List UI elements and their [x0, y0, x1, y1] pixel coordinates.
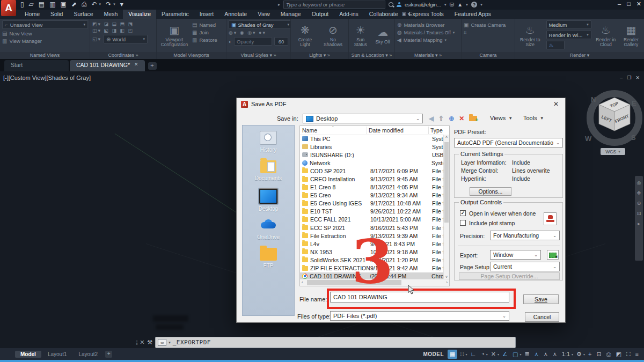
file-row-isunshare-d[interactable]: ISUNSHARE (D:)USB: [300, 151, 444, 159]
batch-save-icon[interactable]: ▣: [61, 1, 67, 8]
sidebar-place-history[interactable]: History: [244, 131, 292, 153]
ribbon-tab-visualize[interactable]: Visualize: [123, 10, 156, 19]
command-caret-icon[interactable]: ▾: [169, 341, 171, 345]
viewport-minimize-icon[interactable]: ‒: [620, 75, 623, 80]
column-name[interactable]: Name: [302, 127, 317, 134]
compass-north[interactable]: N: [591, 95, 596, 104]
page-setup-dropdown[interactable]: Current ⌄: [490, 262, 560, 271]
cancel-button[interactable]: Cancel: [525, 312, 559, 322]
panel-label[interactable]: Lights ▾ »: [291, 52, 348, 59]
panel-label[interactable]: Visual Styles ▾ »: [226, 52, 290, 59]
ucs-tools-row3[interactable]: ◱▾: [92, 36, 101, 42]
minimize-button[interactable]: –: [618, 1, 621, 8]
create-light-button[interactable]: ❋ Create Light: [294, 20, 317, 50]
ribbon-tab-annotate[interactable]: Annotate: [219, 10, 252, 19]
viewcube[interactable]: TOP LEFT FRONT: [597, 95, 632, 136]
ribbon-tab-view[interactable]: View: [252, 10, 275, 19]
file-list-header[interactable]: ˆ Name Date modified Type: [300, 126, 449, 135]
file-row-e5-creo[interactable]: E5 Creo9/13/2021 9:34 AMFile f: [300, 191, 444, 200]
isometric-drafting-icon[interactable]: ✕: [489, 350, 498, 359]
sidebar-place-onedrive[interactable]: OneDrive: [244, 219, 292, 240]
open-file-icon[interactable]: ▱: [29, 1, 34, 8]
render-button[interactable]: ♨: [546, 41, 565, 49]
column-date-modified[interactable]: Date modified: [369, 127, 404, 134]
create-camera-button[interactable]: ▣Create Camera: [464, 22, 513, 28]
save-in-dropdown[interactable]: Desktop ⌄: [303, 114, 423, 123]
undo-icon[interactable]: ↶: [92, 1, 97, 8]
export-icon[interactable]: ⬈: [71, 1, 77, 8]
tools-dropdown-button[interactable]: Tools▼: [523, 115, 544, 121]
ribbon-tab-manage[interactable]: Manage: [275, 10, 306, 19]
account-name[interactable]: csikora@elgin...: [405, 2, 441, 8]
search-input[interactable]: Type a keyword or phrase: [283, 1, 385, 9]
snap-mode-icon[interactable]: ∷: [458, 350, 466, 359]
render-in-cloud-button[interactable]: ♨ Render in Cloud: [595, 20, 617, 50]
autodesk-app-icon[interactable]: ▲: [457, 2, 463, 8]
compass-west[interactable]: W: [585, 135, 591, 143]
open-in-viewer-checkbox[interactable]: ✓: [460, 210, 466, 216]
plot-icon[interactable]: ⎙: [82, 1, 87, 8]
new-folder-icon[interactable]: +: [469, 116, 477, 121]
render-gallery-button[interactable]: ▦ Render Gallery: [620, 20, 642, 50]
file-tab-cad-101-drawing[interactable]: CAD 101 DRAWING*✕: [70, 60, 145, 71]
ribbon-tab-mesh[interactable]: Mesh: [99, 10, 123, 19]
file-tab-start[interactable]: Start: [4, 60, 69, 71]
export-dropdown[interactable]: Window ⌄: [490, 250, 541, 260]
ribbon-tab-home[interactable]: Home: [19, 10, 45, 19]
ribbon-tab-surface[interactable]: Surface: [68, 10, 98, 19]
qat-menu-icon[interactable]: ▾: [120, 1, 123, 8]
no-shadows-button[interactable]: ⊘ No Shadows: [320, 20, 346, 50]
save-button[interactable]: Save: [523, 294, 559, 304]
dropdown-caret-icon[interactable]: ▾: [113, 2, 115, 6]
visual-style-tools[interactable]: ◍▾ ◉ ◎▾ ●▾: [229, 30, 288, 35]
scroll-down-icon[interactable]: ˅: [444, 275, 449, 279]
file-row-creo-installation[interactable]: CREO Installation9/13/2021 9:45 AMFile f: [300, 175, 444, 183]
panel-label[interactable]: Materials ▾ »: [395, 52, 461, 59]
panel-label[interactable]: Named Views: [0, 52, 90, 59]
drag-grip-icon[interactable]: ⁞⁞: [136, 339, 137, 346]
pdf-preset-dropdown[interactable]: AutoCAD PDF (General Documentation) ⌄: [454, 138, 563, 147]
maximize-button[interactable]: □: [627, 1, 631, 8]
ribbon-tab-featured-apps[interactable]: Featured Apps: [449, 10, 496, 19]
file-row-this-pc[interactable]: This PCSyste: [300, 135, 444, 143]
workspace-switching-icon[interactable]: ⚙: [574, 350, 584, 359]
help-icon[interactable]: ?: [471, 2, 477, 8]
wcs-dropdown[interactable]: WCS▾: [601, 148, 625, 155]
navigation-bar[interactable]: ◎ ✥ ⊙ ⊡ ▸: [635, 176, 643, 261]
dialog-title-bar[interactable]: A Save As PDF ✕: [237, 98, 565, 110]
sky-off-button[interactable]: ☁ Sky Off: [374, 20, 393, 50]
dropdown-caret-icon[interactable]: ▾: [497, 352, 499, 356]
recent-commands-icon[interactable]: ▭: [158, 339, 166, 346]
panel-label[interactable]: Coordinates »: [90, 52, 156, 59]
ribbon-tab-solid[interactable]: Solid: [45, 10, 68, 19]
redo-icon[interactable]: ↷: [106, 1, 111, 8]
delete-icon[interactable]: ✕: [459, 115, 464, 122]
ribbon-tab-add-ins[interactable]: Add-ins: [334, 10, 364, 19]
sidebar-place-desktop[interactable]: Desktop: [244, 189, 292, 212]
dropdown-caret-icon[interactable]: ▾: [583, 352, 585, 356]
close-button[interactable]: ✕: [636, 1, 641, 8]
new-file-icon[interactable]: ▯: [20, 1, 24, 8]
file-row-e5-creo-using-iges[interactable]: E5 Creo Using IGES9/17/2021 10:48 AMFile…: [300, 200, 444, 208]
render-target-dropdown[interactable]: Render in Wi...▾: [546, 31, 591, 39]
orbit-icon[interactable]: ⊡: [637, 211, 641, 216]
viewport-close-icon[interactable]: ✕: [635, 75, 640, 80]
isolate-objects-icon[interactable]: ⊡: [594, 350, 603, 359]
save-as-icon[interactable]: ▥: [49, 1, 55, 8]
up-folder-icon[interactable]: ⇧: [438, 115, 444, 122]
annotation-visibility-icon[interactable]: ⋏: [532, 350, 541, 359]
command-input[interactable]: ▭ ▾ _EXPORTPDF: [155, 337, 516, 348]
app-store-icon[interactable]: ⛁: [450, 2, 454, 8]
zoom-icon[interactable]: ⊙: [637, 201, 641, 206]
close-tab-icon[interactable]: ✕: [134, 62, 138, 67]
page-setup-override-button[interactable]: Page Setup Override...: [459, 272, 560, 280]
layout-tab-layout2[interactable]: Layout2: [73, 351, 103, 358]
annotation-scale-icon[interactable]: ⋏: [551, 350, 559, 359]
viewport-configuration-button[interactable]: ▣ Viewport Configuration: [159, 20, 190, 50]
pan-icon[interactable]: ✥: [637, 190, 641, 196]
render-to-size-button[interactable]: ♨ Render to Size: [517, 20, 543, 50]
clean-screen-icon[interactable]: ⛶: [624, 350, 633, 359]
vertical-scrollbar[interactable]: ˄ ˅: [443, 135, 449, 279]
scroll-left-icon[interactable]: ‹: [302, 280, 303, 285]
view-dropdown[interactable]: ⌐Unsaved View▾: [2, 20, 88, 29]
